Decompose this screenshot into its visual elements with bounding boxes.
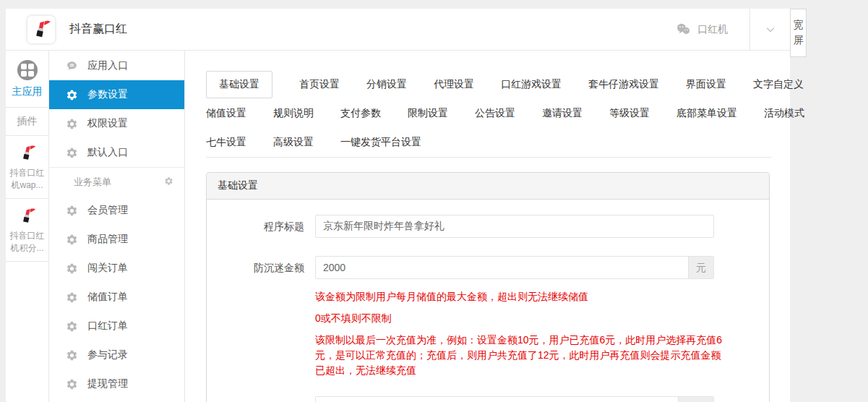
gear-icon [66,89,78,101]
tab-高级设置[interactable]: 高级设置 [273,136,314,149]
help-note: 0或不填则不限制 [315,311,723,326]
tab-支付参数[interactable]: 支付参数 [340,107,381,120]
widescreen-toggle[interactable]: 宽屏 [790,9,807,57]
sidebar-item-business-2[interactable]: 商品管理 [49,225,184,254]
tab-文字自定义[interactable]: 文字自定义 [753,78,804,91]
tab-分销设置[interactable]: 分销设置 [366,78,407,91]
settings-menu: 应用入口参数设置权限设置默认入口业务菜单会员管理商品管理闯关订单储值订单口红订单… [49,51,185,402]
tab-row: 储值设置规则说明支付参数限制设置公告设置邀请设置等级设置底部菜单设置活动模式 [206,99,790,128]
sidebar-item-business-1[interactable]: 会员管理 [49,196,184,225]
wechat-icon [676,22,691,37]
input-suffix: 元 [688,257,713,278]
header-right: 口红机 [676,9,790,50]
collapse-header-button[interactable] [750,9,790,50]
account-switcher[interactable]: 口红机 [676,22,749,37]
sidebar-item-business-6[interactable]: 参与记录 [49,341,184,369]
settings-tabs: 基础设置首页设置分销设置代理设置口红游戏设置套牛仔游戏设置界面设置文字自定义储值… [206,70,790,157]
icon-rail: 主应用 插件 抖音口红机wap...抖音口红机积分... [6,51,49,402]
tab-限制设置[interactable]: 限制设置 [408,107,448,120]
tab-界面设置[interactable]: 界面设置 [686,78,726,91]
app-logo [27,16,55,43]
sidebar-item-label: 参数设置 [87,88,128,101]
grid-icon [17,60,38,80]
tab-row: 七牛设置高级设置一键发货平台设置 [206,128,790,157]
sidebar-item-label: 会员管理 [87,204,128,217]
page-title: 抖音赢口红 [69,22,127,37]
sidebar-item-3[interactable]: 权限设置 [49,109,184,138]
lipstick-icon [30,19,52,40]
field-label: 新人奖励 [207,396,315,402]
main-app-label: 主应用 [6,85,48,98]
tab-代理设置[interactable]: 代理设置 [434,78,474,91]
tabs-divider [206,157,771,158]
gear-icon [66,320,78,333]
sidebar-item-label: 商品管理 [87,233,128,246]
plugin-label: 抖音口红机积分... [8,230,46,255]
app-window: 抖音赢口红 口红机 [6,9,790,402]
tab-首页设置[interactable]: 首页设置 [299,78,340,91]
gear-icon [66,205,78,217]
input-suffix: 余额 [678,397,713,402]
plugin-label: 抖音口红机wap... [8,167,46,192]
sidebar-item-1[interactable]: 应用入口 [49,51,184,80]
business-menu-config-gear-icon[interactable] [164,176,173,188]
chat-icon [66,60,78,72]
gear-icon [66,291,78,304]
panel-title: 基础设置 [207,173,769,200]
settings-panel: 基础设置 程序标题防沉迷金额元该金额为限制用户每月储值的最大金额，超出则无法继续… [206,172,770,402]
help-note: 该金额为限制用户每月储值的最大金额，超出则无法继续储值 [315,289,723,304]
sidebar-item-business-4[interactable]: 储值订单 [49,283,184,312]
sidebar-item-label: 默认入口 [87,146,128,159]
gear-icon [66,118,78,130]
chevron-down-icon [764,23,777,36]
tab-公告设置[interactable]: 公告设置 [475,107,515,120]
sidebar-item-label: 参与记录 [87,348,128,362]
gear-icon [66,349,78,362]
app-body: 主应用 插件 抖音口红机wap...抖音口红机积分... 应用入口参数设置权限设… [6,51,790,402]
field-input[interactable] [316,215,713,237]
sidebar-item-plugin[interactable]: 抖音口红机wap... [6,136,48,199]
tab-储值设置[interactable]: 储值设置 [206,107,246,120]
tab-基础设置[interactable]: 基础设置 [206,71,272,98]
sidebar-item-label: 闯关订单 [87,262,128,275]
tab-口红游戏设置[interactable]: 口红游戏设置 [501,78,562,91]
tab-等级设置[interactable]: 等级设置 [609,107,650,120]
field-input[interactable] [316,397,678,402]
field-help-notes: 该金额为限制用户每月储值的最大金额，超出则无法继续储值0或不填则不限制该限制以最… [315,289,723,378]
lipstick-icon [18,216,37,228]
sidebar-item-main-app[interactable]: 主应用 [6,51,48,108]
sidebar-item-plugin[interactable]: 抖音口红机积分... [6,199,48,262]
tab-套牛仔游戏设置[interactable]: 套牛仔游戏设置 [588,78,659,91]
settings-form: 程序标题防沉迷金额元该金额为限制用户每月储值的最大金额，超出则无法继续储值0或不… [207,200,769,402]
field-control: 余额 [315,396,714,402]
tab-七牛设置[interactable]: 七牛设置 [206,136,246,149]
plugins-section-label: 插件 [6,108,48,136]
page: 抖音赢口红 口红机 [0,0,868,402]
tab-邀请设置[interactable]: 邀请设置 [542,107,583,120]
sidebar-item-2[interactable]: 参数设置 [49,80,184,109]
field-label: 程序标题 [207,215,315,238]
sidebar-item-label: 储值订单 [87,291,128,304]
gear-icon [66,262,78,275]
help-note: 该限制以最后一次充值为准，例如：设置金额10元，用户已充值6元，此时用户选择再充… [315,333,723,378]
business-menu-section: 业务菜单 [49,167,184,196]
sidebar-item-label: 口红订单 [87,320,128,333]
app-header: 抖音赢口红 口红机 [6,9,790,51]
field-input[interactable] [316,257,688,278]
sidebar-item-label: 权限设置 [87,117,128,130]
form-row: 防沉迷金额元该金额为限制用户每月储值的最大金额，超出则无法继续储值0或不填则不限… [207,256,769,378]
tab-活动模式[interactable]: 活动模式 [764,107,804,120]
input-group: 元 [315,256,714,279]
sidebar-item-label: 应用入口 [87,59,128,72]
tab-一键发货平台设置[interactable]: 一键发货平台设置 [340,136,421,149]
form-row: 程序标题 [207,215,769,238]
gear-icon [66,147,78,159]
sidebar-item-business-3[interactable]: 闯关订单 [49,254,184,283]
tab-底部菜单设置[interactable]: 底部菜单设置 [676,107,737,120]
account-label: 口红机 [697,23,728,36]
sidebar-item-business-5[interactable]: 口红订单 [49,312,184,341]
sidebar-item-4[interactable]: 默认入口 [49,138,184,167]
sidebar-item-business-7[interactable]: 提现管理 [49,369,184,398]
tab-规则说明[interactable]: 规则说明 [273,107,314,120]
field-control: 元该金额为限制用户每月储值的最大金额，超出则无法继续储值0或不填则不限制该限制以… [315,256,714,378]
